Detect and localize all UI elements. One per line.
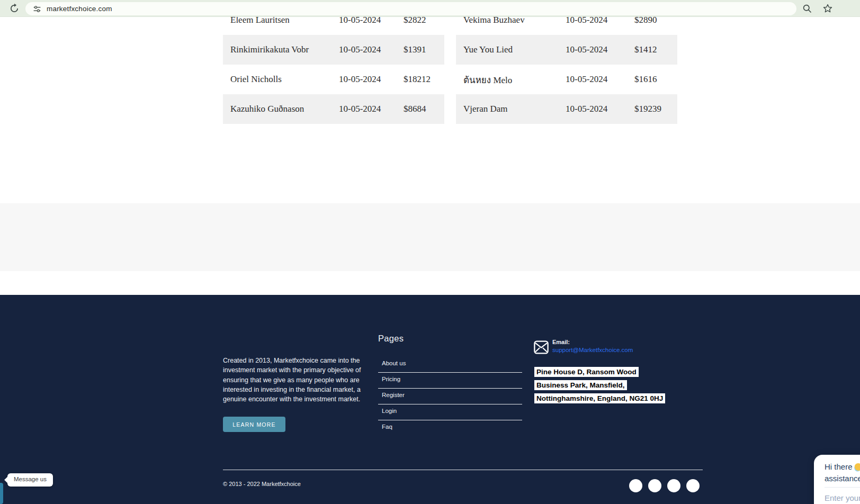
depositor-name: Oriel Nicholls — [230, 74, 339, 85]
deposit-amount: $2822 — [404, 17, 444, 25]
url-text[interactable]: marketfxchoice.com — [47, 5, 112, 13]
learn-more-button[interactable]: LEARN MORE — [223, 417, 285, 432]
depositor-name: Vekima Buzhaev — [463, 17, 566, 25]
browser-toolbar: marketfxchoice.com — [0, 0, 860, 17]
deposit-date: 10-05-2024 — [566, 104, 634, 114]
table-row: Vjeran Dam 10-05-2024 $19239 — [456, 94, 677, 124]
copyright-text: © 2013 - 2022 Marketfxchoice — [223, 481, 301, 487]
depositor-name: ต้นหยง Melo — [463, 73, 566, 87]
social-icon[interactable] — [686, 479, 700, 492]
deposit-date: 10-05-2024 — [339, 44, 404, 55]
footer-link-faq[interactable]: Faq — [378, 420, 522, 436]
chat-input-placeholder[interactable]: Enter your r — [825, 493, 860, 502]
address-line: Pine House D, Ransom Wood — [534, 367, 639, 377]
table-row: Eleem Lauritsen 10-05-2024 $2822 — [223, 17, 444, 35]
depositor-name: Rinkimirikakuta Vobr — [230, 44, 339, 55]
table-row: ต้นหยง Melo 10-05-2024 $1616 — [456, 65, 677, 94]
footer-nav: About us Pricing Register Login Faq — [378, 357, 522, 436]
bookmark-star-icon[interactable] — [822, 3, 833, 14]
table-row: Oriel Nicholls 10-05-2024 $18212 — [223, 65, 444, 94]
deposit-amount: $8684 — [404, 104, 444, 114]
deposit-amount: $18212 — [404, 74, 444, 85]
chat-greeting-line2: assistance, — [825, 474, 860, 483]
table-row: Yue You Lied 10-05-2024 $1412 — [456, 35, 677, 65]
chat-greeting: Hi there — [825, 462, 860, 471]
social-icon[interactable] — [648, 479, 661, 492]
address-line: Nottinghamshire, England, NG21 0HJ — [534, 393, 665, 403]
table-row: Rinkimirikakuta Vobr 10-05-2024 $1391 — [223, 35, 444, 65]
deposit-amount: $19239 — [634, 104, 677, 114]
reload-icon[interactable] — [9, 3, 20, 14]
deposits-table-right: Vekima Buzhaev 10-05-2024 $2890 Yue You … — [456, 17, 677, 124]
email-label: Email: — [552, 339, 570, 345]
site-settings-icon[interactable] — [33, 5, 41, 13]
footer-divider — [223, 470, 703, 470]
deposit-date: 10-05-2024 — [566, 74, 634, 85]
deposit-date: 10-05-2024 — [339, 104, 404, 114]
deposits-table-left: Eleem Lauritsen 10-05-2024 $2822 Rinkimi… — [223, 17, 444, 124]
support-email-link[interactable]: support@Marketfxchoice.com — [552, 347, 633, 353]
depositor-name: Vjeran Dam — [463, 104, 566, 114]
message-us-button[interactable]: Message us — [7, 473, 53, 487]
social-links — [629, 479, 700, 492]
section-divider-band — [0, 203, 860, 271]
table-row: Kazuhiko Guðnason 10-05-2024 $8684 — [223, 94, 444, 124]
table-row: Vekima Buzhaev 10-05-2024 $2890 — [456, 17, 677, 35]
deposit-date: 10-05-2024 — [339, 74, 404, 85]
deposit-amount: $2890 — [634, 17, 677, 25]
email-envelope-icon — [534, 340, 549, 354]
chat-widget-card[interactable]: Hi there assistance, Enter your r — [814, 455, 860, 504]
footer-link-pricing[interactable]: Pricing — [378, 373, 522, 389]
company-description: Created in 2013, Marketfxchoice came int… — [223, 356, 363, 404]
address-line: Business Park, Mansfield, — [534, 380, 627, 390]
deposit-amount: $1391 — [404, 44, 444, 55]
footer: Created in 2013, Marketfxchoice came int… — [0, 295, 860, 504]
search-icon[interactable] — [802, 3, 812, 14]
depositor-name: Eleem Lauritsen — [230, 17, 339, 25]
footer-link-about[interactable]: About us — [378, 357, 522, 373]
depositor-name: Yue You Lied — [463, 44, 566, 55]
chat-divider — [825, 487, 860, 488]
deposit-date: 10-05-2024 — [339, 17, 404, 25]
url-bar[interactable]: marketfxchoice.com — [25, 2, 796, 15]
company-address: Pine House D, Ransom Wood Business Park,… — [534, 367, 683, 407]
chat-launcher-tab[interactable] — [0, 483, 3, 504]
deposit-amount: $1616 — [634, 74, 677, 85]
depositor-name: Kazuhiko Guðnason — [230, 104, 339, 114]
social-icon[interactable] — [667, 479, 680, 492]
deposit-date: 10-05-2024 — [566, 17, 634, 25]
footer-link-login[interactable]: Login — [378, 404, 522, 420]
wave-emoji — [854, 463, 860, 472]
pages-heading: Pages — [378, 334, 404, 344]
deposit-amount: $1412 — [634, 44, 677, 55]
social-icon[interactable] — [629, 479, 642, 492]
footer-link-register[interactable]: Register — [378, 389, 522, 404]
deposit-date: 10-05-2024 — [566, 44, 634, 55]
